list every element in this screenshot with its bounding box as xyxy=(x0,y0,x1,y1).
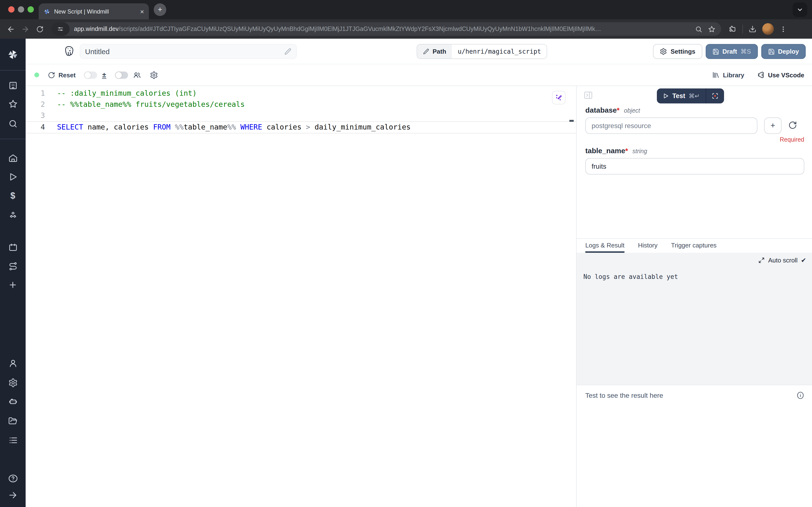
tab-logs-result[interactable]: Logs & Result xyxy=(585,239,625,253)
tab-close-icon[interactable]: × xyxy=(140,8,144,15)
script-title-input[interactable] xyxy=(85,47,284,56)
ai-assistant-button[interactable] xyxy=(552,91,566,104)
screen: New Script | Windmill × + xyxy=(0,0,812,507)
app-header: Path u/henri/magical_script Settings Dra… xyxy=(25,39,812,64)
play-icon xyxy=(8,172,18,181)
chrome-menu-icon[interactable] xyxy=(779,25,787,33)
divider xyxy=(742,25,743,33)
test-shortcut: ⌘↵ xyxy=(689,92,700,100)
url-host: app.windmill.dev xyxy=(74,25,119,33)
sidebar-item-schedules[interactable] xyxy=(8,242,18,252)
route-icon xyxy=(8,261,18,271)
sidebar-item-workers[interactable] xyxy=(8,396,18,406)
code-text: -- :daily_minimum_calories (int) xyxy=(57,88,197,99)
code-line[interactable]: 4SELECT name, calories FROM %%table_name… xyxy=(25,121,576,133)
path-button[interactable]: Path u/henri/magical_script xyxy=(417,44,547,59)
database-resource-input[interactable] xyxy=(585,117,757,134)
window-zoom-button[interactable] xyxy=(27,6,34,12)
capture-test-button[interactable] xyxy=(706,89,724,103)
divider xyxy=(0,70,25,70)
building-icon xyxy=(8,80,18,90)
sidebar-expand-button[interactable] xyxy=(8,490,18,500)
diff-toggle[interactable] xyxy=(84,71,97,78)
deploy-button[interactable]: Deploy xyxy=(761,44,806,59)
code-editor[interactable]: 1-- :daily_minimum_calories (int)2-- %%t… xyxy=(25,86,576,507)
add-resource-button[interactable]: + xyxy=(764,117,781,134)
calendar-icon xyxy=(8,242,18,252)
path-label: Path xyxy=(432,48,446,55)
draft-button[interactable]: Draft ⌘S xyxy=(705,44,758,59)
windmill-favicon xyxy=(44,8,50,15)
address-bar[interactable]: app.windmill.dev/scripts/add#JTdCJTIyaGF… xyxy=(51,22,721,36)
draft-shortcut: ⌘S xyxy=(741,48,751,55)
site-info-button[interactable] xyxy=(51,22,70,36)
edit-pencil-icon[interactable] xyxy=(284,48,291,55)
bookmark-star-icon[interactable] xyxy=(708,25,715,33)
browser-tab[interactable]: New Script | Windmill × xyxy=(39,3,149,19)
multiplayer-toggle[interactable] xyxy=(115,71,128,78)
code-line[interactable]: 2-- %%table_name%% fruits/vegetables/cer… xyxy=(25,99,576,110)
tab-trigger-captures[interactable]: Trigger captures xyxy=(671,239,716,253)
refresh-resources-button[interactable] xyxy=(788,121,797,129)
reload-button[interactable] xyxy=(34,23,46,35)
gear-icon xyxy=(8,378,18,387)
tab-history[interactable]: History xyxy=(638,239,657,253)
sidebar-item-audit-logs[interactable] xyxy=(8,435,18,445)
new-tab-button[interactable]: + xyxy=(154,3,166,16)
draft-label: Draft xyxy=(722,48,737,55)
test-button[interactable]: Test ⌘↵ xyxy=(657,92,706,100)
result-info-button[interactable] xyxy=(797,392,804,399)
windmill-logo[interactable] xyxy=(8,49,18,59)
profile-avatar[interactable] xyxy=(762,23,774,35)
sidebar-item-routes[interactable] xyxy=(8,261,18,271)
diff-icon[interactable]: ± xyxy=(102,71,106,79)
plus-icon xyxy=(8,280,17,289)
sidebar-item-home[interactable] xyxy=(8,153,18,163)
save-icon xyxy=(712,48,719,55)
sidebar-item-search[interactable] xyxy=(8,118,18,128)
use-vscode-button[interactable]: Use VScode xyxy=(757,71,804,79)
list-icon xyxy=(8,435,18,445)
sidebar-item-help[interactable] xyxy=(8,473,18,483)
library-label: Library xyxy=(723,71,744,78)
expand-icon[interactable] xyxy=(759,257,765,264)
script-title-box[interactable] xyxy=(80,44,297,59)
settings-label: Settings xyxy=(671,48,696,55)
forward-button[interactable] xyxy=(19,23,31,35)
library-button[interactable]: Library xyxy=(712,71,744,79)
code-line[interactable]: 1-- :daily_minimum_calories (int) xyxy=(25,88,576,99)
sidebar-item-favorites[interactable] xyxy=(8,99,18,109)
sidebar-item-variables[interactable]: $ xyxy=(8,191,18,201)
sidebar-item-folders[interactable] xyxy=(8,416,18,426)
tab-search-button[interactable] xyxy=(793,2,807,17)
sidebar-item-create[interactable] xyxy=(8,280,18,290)
window-minimize-button[interactable] xyxy=(18,6,24,12)
autoscroll-control[interactable]: Auto scroll ✔ xyxy=(759,257,806,264)
collapse-panel-button[interactable] xyxy=(583,91,593,100)
required-asterisk: * xyxy=(625,147,628,155)
sidebar-item-settings[interactable] xyxy=(8,378,18,388)
reset-button[interactable]: Reset xyxy=(48,71,76,78)
edit-pencil-icon xyxy=(423,48,429,55)
table-name-field-label: table_name* string xyxy=(585,147,647,155)
sidebar-item-workspace[interactable] xyxy=(8,80,18,91)
cubes-icon xyxy=(8,211,18,220)
gear-icon xyxy=(150,71,158,79)
editor-settings-button[interactable] xyxy=(150,71,158,79)
zoom-icon[interactable] xyxy=(695,25,702,33)
settings-button[interactable]: Settings xyxy=(653,44,702,59)
window-close-button[interactable] xyxy=(8,6,14,12)
sidebar-item-resources[interactable] xyxy=(8,210,18,220)
code-line[interactable]: 3 xyxy=(25,110,576,121)
tab-strip: New Script | Windmill × + xyxy=(0,0,812,19)
back-button[interactable] xyxy=(5,23,16,35)
right-panel: Test ⌘↵ database* object xyxy=(576,86,812,507)
forward-arrow-icon xyxy=(21,25,29,33)
sidebar-item-user[interactable] xyxy=(8,358,18,368)
table-name-input[interactable] xyxy=(585,158,804,174)
downloads-icon[interactable] xyxy=(749,25,756,33)
sidebar-item-runs[interactable] xyxy=(8,172,18,182)
extensions-icon[interactable] xyxy=(729,25,737,33)
site-settings-icon xyxy=(57,25,64,33)
editor-toolbar: Reset ± Library xyxy=(25,64,812,86)
